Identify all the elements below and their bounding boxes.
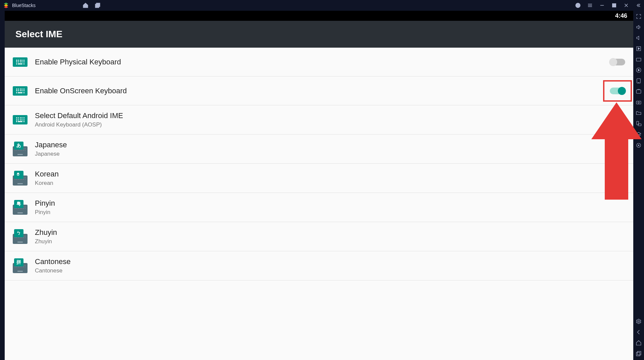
fullscreen-icon[interactable] [636, 13, 642, 19]
keyboard-icon [13, 86, 28, 96]
row-title: Pinyin [35, 199, 55, 208]
maximize-icon[interactable] [611, 2, 617, 8]
row-title: Enable Physical Keyboard [35, 58, 121, 66]
android-status-bar: 4:46 [5, 11, 633, 21]
settings-icon[interactable] [636, 318, 642, 324]
language-keyboard-icon: 拼 [13, 258, 28, 273]
row-subtitle: Korean [35, 180, 59, 187]
svg-marker-32 [591, 102, 642, 200]
page-title: Select IME [15, 29, 62, 40]
settings-row-korean[interactable]: ᄒKoreanKorean [5, 164, 633, 193]
row-title: Korean [35, 170, 59, 178]
svg-rect-13 [636, 58, 641, 61]
bluestacks-logo-icon [3, 2, 9, 9]
row-subtitle: Zhuyin [35, 238, 57, 245]
toggle-physical[interactable] [610, 59, 625, 65]
highlight-box [603, 80, 632, 102]
svg-rect-31 [636, 352, 640, 356]
emulator-viewport: 4:46 Select IME Enable Physical Keyboard… [5, 11, 633, 360]
recents-nav-icon[interactable] [636, 351, 642, 357]
row-title: Select Default Android IME [35, 111, 123, 120]
row-title: Japanese [35, 141, 67, 149]
row-text: KoreanKorean [35, 170, 59, 187]
help-icon[interactable] [575, 2, 581, 8]
row-title: Enable OnScreen Keyboard [35, 87, 127, 95]
row-title: Cantonese [35, 257, 70, 266]
settings-row-onscreen[interactable]: Enable OnScreen Keyboard [5, 76, 633, 105]
install-apk-icon[interactable] [636, 78, 642, 84]
language-keyboard-icon: 粤 [13, 200, 28, 215]
minimize-icon[interactable] [599, 2, 605, 8]
svg-rect-1 [95, 4, 99, 8]
close-icon[interactable] [623, 2, 629, 8]
menu-icon[interactable] [587, 2, 593, 8]
row-subtitle: Pinyin [35, 209, 55, 216]
volume-up-icon[interactable] [636, 24, 642, 30]
row-subtitle: Cantonese [35, 267, 70, 274]
status-clock: 4:46 [615, 12, 627, 19]
svg-point-29 [638, 321, 640, 322]
svg-rect-21 [636, 90, 641, 94]
svg-marker-12 [638, 48, 640, 50]
titlebar: BlueStacks [0, 0, 644, 11]
app-title: BlueStacks [12, 3, 36, 8]
keyboard-icon [13, 115, 28, 124]
row-subtitle: Japanese [35, 151, 67, 157]
settings-row-pinyin[interactable]: 粤PinyinPinyin [5, 193, 633, 222]
home-icon[interactable] [83, 2, 89, 8]
row-text: CantoneseCantonese [35, 257, 70, 274]
svg-point-3 [578, 6, 578, 7]
language-keyboard-icon: あ [13, 142, 28, 156]
language-keyboard-icon: ㄅ [13, 229, 28, 244]
row-text: Enable OnScreen Keyboard [35, 87, 127, 95]
collapse-sidebar-icon[interactable] [635, 2, 641, 8]
row-text: ZhuyinZhuyin [35, 228, 57, 245]
settings-row-zhuyin[interactable]: ㄅZhuyinZhuyin [5, 222, 633, 251]
media-play-icon[interactable] [636, 46, 642, 52]
svg-rect-8 [612, 4, 616, 7]
volume-down-icon[interactable] [636, 35, 642, 41]
keyboard-icon [13, 57, 28, 67]
record-icon[interactable] [636, 67, 642, 73]
row-text: PinyinPinyin [35, 199, 55, 216]
language-keyboard-icon: ᄒ [13, 171, 28, 186]
attention-arrow-icon [591, 102, 642, 200]
row-text: JapaneseJapanese [35, 141, 67, 157]
settings-list: Enable Physical KeyboardEnable OnScreen … [5, 48, 633, 360]
app-logo-group: BlueStacks [3, 2, 36, 9]
settings-row-japanese[interactable]: あJapaneseJapanese [5, 135, 633, 164]
svg-rect-30 [637, 351, 641, 355]
row-title: Zhuyin [35, 228, 57, 237]
back-nav-icon[interactable] [636, 329, 642, 335]
multi-instance-icon[interactable] [95, 2, 101, 8]
row-text: Enable Physical Keyboard [35, 58, 121, 66]
home-nav-icon[interactable] [636, 340, 642, 346]
screenshot-icon[interactable] [636, 89, 642, 95]
svg-marker-18 [638, 69, 640, 71]
row-subtitle: Android Keyboard (AOSP) [35, 121, 123, 128]
row-text: Select Default Android IMEAndroid Keyboa… [35, 111, 123, 128]
settings-row-physical[interactable]: Enable Physical Keyboard [5, 48, 633, 76]
settings-row-cantonese[interactable]: 拼CantoneseCantonese [5, 251, 633, 280]
keyboard-controls-icon[interactable] [636, 56, 642, 62]
settings-row-default[interactable]: Select Default Android IMEAndroid Keyboa… [5, 105, 633, 135]
page-header: Select IME [5, 21, 633, 48]
